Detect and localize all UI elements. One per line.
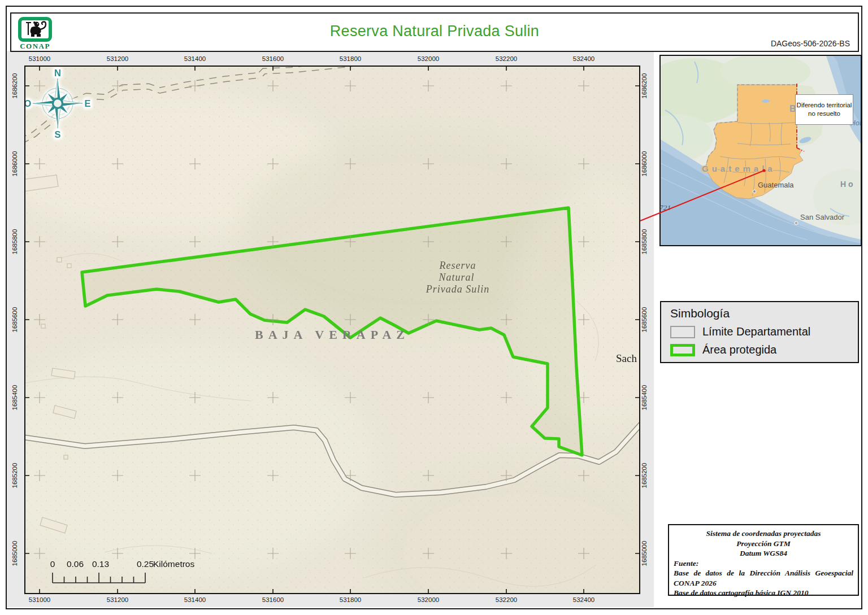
x-axis-label-top: 532200: [487, 55, 526, 63]
honduras-label-partial: Ho: [840, 180, 856, 189]
page-title: Reserva Natural Privada Sulin: [11, 23, 858, 40]
department-label: BAJA VERAPAZ: [255, 328, 410, 342]
coordinate-system-line: Sistema de coordenadas proyectadas: [674, 529, 853, 539]
x-axis-label-top: 531400: [175, 55, 215, 63]
map-document-page: CONAP Reserva Natural Privada Sulin DAGe…: [0, 0, 868, 615]
x-axis-label-top: 532000: [409, 55, 448, 63]
y-axis-label-left: 1686000: [11, 144, 19, 184]
x-axis-label-bottom: 531000: [20, 596, 59, 604]
x-axis-label-top: 532400: [564, 55, 604, 63]
x-axis-label-bottom: 531400: [175, 596, 215, 604]
x-axis-label-top: 531200: [98, 55, 137, 63]
inset-locator-map[interactable]: B Guatemala Guatemala San Salvador Ho Ho…: [659, 55, 862, 246]
y-axis-label-left: 1685200: [11, 456, 19, 495]
y-axis-label-left: 1685800: [11, 222, 19, 261]
y-axis-label-left: 1685600: [11, 300, 19, 339]
legend-item-label: Límite Departamental: [702, 325, 810, 338]
legend-item-protected: Área protegida: [670, 343, 849, 356]
source-line: Base de datos cartografía básica IGN 201…: [674, 588, 853, 598]
map-region: 5310005310005312005312005314005314005316…: [7, 51, 654, 607]
compass-s-label: S: [54, 129, 60, 139]
main-map-canvas: Reserva Natural Privada Sulin BAJA VERAP…: [25, 67, 639, 593]
x-axis-label-top: 531000: [20, 55, 59, 63]
y-axis-label-left: 1686200: [11, 66, 19, 106]
x-axis-label-bottom: 531800: [331, 596, 370, 604]
source-label: Fuente:: [674, 559, 853, 569]
y-axis-label-right: 1685600: [640, 300, 648, 339]
svg-text:0: 0: [50, 559, 55, 569]
y-axis-label-right: 1685400: [640, 378, 648, 417]
svg-text:0.06: 0.06: [67, 559, 84, 569]
inset-map-canvas: B Guatemala Guatemala San Salvador Ho Ho…: [661, 56, 861, 245]
departmental-boundary-swatch: [670, 326, 695, 338]
svg-text:Privada Sulin: Privada Sulin: [426, 283, 490, 295]
place-label-sach: Sach: [616, 352, 637, 364]
country-label: Guatemala: [702, 164, 776, 173]
y-axis-label-right: 1685800: [640, 222, 648, 261]
compass-e-label: E: [84, 98, 90, 108]
capital-city-label: Guatemala: [758, 181, 794, 189]
header-bar: CONAP Reserva Natural Privada Sulin DAGe…: [10, 12, 859, 52]
x-axis-label-bottom: 532400: [564, 596, 604, 604]
legend-title: Simbología: [670, 307, 849, 320]
legend-item-label: Área protegida: [702, 343, 776, 356]
x-axis-label-bottom: 531600: [253, 596, 293, 604]
x-axis-label-bottom: 532200: [487, 596, 526, 604]
compass-w-label: O: [25, 98, 32, 108]
y-axis-label-right: 1686200: [640, 66, 648, 106]
y-axis-label-right: 1685200: [640, 456, 648, 495]
conap-logo-text: CONAP: [15, 42, 55, 51]
y-axis-label-left: 1685000: [11, 534, 19, 573]
x-axis-label-top: 531600: [253, 55, 293, 63]
svg-text:Natural: Natural: [438, 272, 474, 283]
scale-bar-unit: Kilómetros: [153, 559, 194, 569]
document-code: DAGeos-506-2026-BS: [771, 39, 850, 48]
datum-line: Datum WGS84: [674, 548, 853, 559]
main-map[interactable]: Reserva Natural Privada Sulin BAJA VERAP…: [24, 66, 640, 594]
x-axis-label-bottom: 532000: [409, 596, 448, 604]
protected-area-swatch: [670, 344, 695, 356]
legend: Simbología Límite Departamental Área pro…: [660, 301, 859, 363]
legend-item-departmental: Límite Departamental: [670, 325, 849, 338]
projection-line: Proyección GTM: [674, 539, 853, 549]
svg-text:0.25: 0.25: [137, 559, 154, 569]
y-axis-label-right: 1685000: [640, 534, 648, 573]
map-credits-box: Sistema de coordenadas proyectadas Proye…: [668, 524, 859, 596]
san-salvador-label: San Salvador: [800, 213, 845, 221]
compass-n-label: N: [54, 68, 61, 78]
svg-text:0.13: 0.13: [92, 559, 109, 569]
x-axis-label-bottom: 531200: [98, 596, 137, 604]
source-line: Base de datos de la Dirección Análisis G…: [674, 568, 853, 588]
svg-text:Reserva: Reserva: [439, 260, 476, 271]
y-axis-label-right: 1686000: [640, 144, 648, 184]
x-axis-label-top: 531800: [331, 55, 370, 63]
y-axis-label-left: 1685400: [11, 378, 19, 417]
territorial-dispute-note: Diferendo territorial no resuelto: [795, 94, 853, 125]
